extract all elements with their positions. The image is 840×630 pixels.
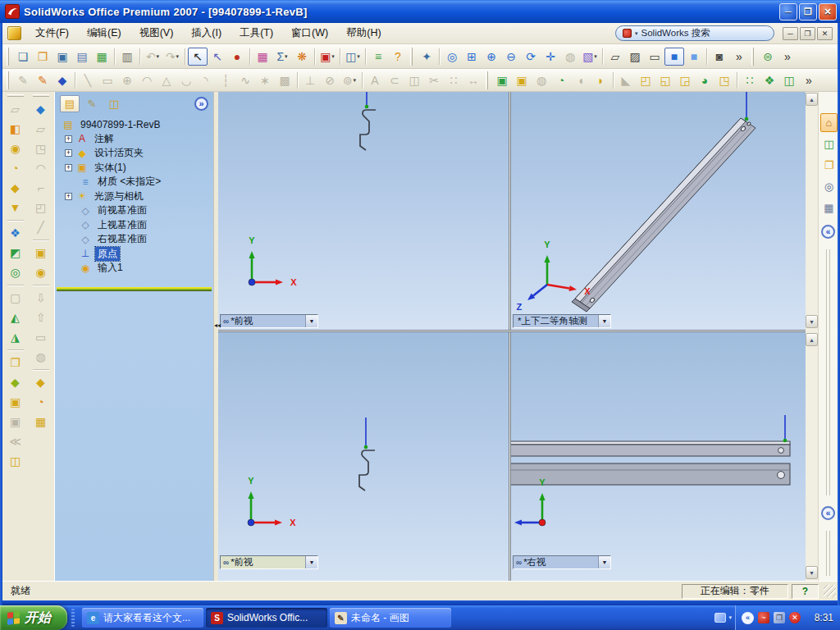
view-dropdown-button[interactable]: ▼ — [598, 315, 610, 327]
dome-icon[interactable]: ◕ — [695, 71, 714, 89]
file-explorer-tab[interactable]: ❐ — [820, 156, 838, 175]
viewport-horizontal-divider[interactable] — [218, 330, 806, 332]
panel-expand-icon[interactable]: » — [194, 97, 208, 111]
toolbar-grip[interactable] — [33, 94, 49, 97]
tree-item-solid-bodies[interactable]: +▣实体(1) — [58, 161, 212, 176]
knit-surface-icon[interactable]: ▼ — [5, 198, 26, 217]
draft-icon[interactable]: ◱ — [655, 71, 675, 89]
design-library-tab[interactable]: ◫ — [820, 135, 838, 153]
print-icon[interactable]: ▥ — [117, 48, 137, 66]
move-face-icon[interactable]: ▣ — [5, 392, 26, 412]
dropdown-arrow-icon[interactable]: ▾ — [354, 77, 357, 84]
mdi-restore-button[interactable]: ❐ — [800, 27, 815, 40]
shaded-icon[interactable]: ■ — [684, 48, 704, 66]
view-dropdown-button[interactable]: ▼ — [305, 315, 317, 327]
check-entity-icon[interactable]: ◎ — [5, 262, 26, 282]
menu-tools[interactable]: 工具(T) — [231, 23, 282, 43]
toolbar-grip[interactable] — [751, 48, 754, 66]
view-overflow-icon[interactable]: » — [729, 48, 749, 66]
filled-surface-icon[interactable]: ◩ — [5, 243, 26, 262]
modify-sketch-icon[interactable]: ◆ — [52, 71, 72, 89]
tree-item-material[interactable]: ≡材质 <未指定> — [58, 175, 212, 189]
expand-plus-icon[interactable]: + — [65, 164, 72, 171]
tree-item-annotations[interactable]: +A注解 — [58, 132, 212, 147]
vent-icon[interactable]: ▦ — [30, 412, 52, 431]
tree-item-design-binder[interactable]: +◆设计活页夹 — [58, 146, 212, 161]
close-button[interactable]: ✕ — [819, 3, 837, 21]
scroll-up-icon[interactable]: ▲ — [806, 93, 818, 106]
mdi-close-button[interactable]: ✕ — [817, 27, 833, 40]
task-button-browser[interactable]: e请大家看看这个文... — [82, 608, 203, 628]
expand-plus-icon[interactable]: + — [65, 193, 72, 200]
restore-button[interactable]: ❐ — [799, 3, 817, 21]
solidworks-search-box[interactable]: ▾ SolidWorks 搜索 — [615, 25, 774, 41]
search-tab[interactable]: ◎ — [820, 177, 838, 196]
tree-root[interactable]: ▤99407899-1-RevB — [58, 117, 212, 132]
tree-item-imported1[interactable]: ◉输入1 — [58, 261, 212, 276]
rebuild-icon[interactable]: ● — [227, 48, 247, 66]
select-filter-icon[interactable]: ↖ — [208, 48, 227, 66]
wireframe-icon[interactable]: ▱ — [605, 48, 625, 66]
taskbar-chevron-icon[interactable]: ▾ — [728, 614, 732, 621]
extruded-boss-icon[interactable]: ▣ — [492, 71, 512, 89]
dropdown-arrow-icon[interactable]: ▾ — [285, 53, 288, 60]
new-document-icon[interactable]: ❏ — [13, 48, 33, 66]
design-binder-folder-icon[interactable]: ❐ — [5, 353, 26, 372]
pan-icon[interactable]: ✛ — [541, 48, 560, 66]
view-orientation-icon[interactable]: ▧▾ — [580, 48, 600, 66]
revolved-surface-icon[interactable]: ◉ — [5, 139, 26, 158]
menu-view[interactable]: 视图(V) — [130, 23, 183, 43]
viewport-bottom-right-label[interactable]: ∞ *右视 ▼ — [513, 555, 611, 569]
zoom-fit-icon[interactable]: ◎ — [442, 48, 462, 66]
open-icon[interactable]: ❐ — [33, 48, 52, 66]
viewport-scrollbar[interactable]: ▲ ▼ ▲ ▼ — [806, 92, 819, 581]
tree-item-origin[interactable]: ⊥原点 — [58, 247, 212, 262]
task-pane-expand-icon[interactable]: « — [821, 225, 835, 239]
select-icon[interactable]: ↖ — [188, 48, 208, 66]
task-pane-drag-handle[interactable] — [826, 249, 830, 495]
shadows-icon[interactable]: ◙ — [710, 48, 729, 66]
dropdown-arrow-icon[interactable]: ▾ — [357, 53, 360, 60]
viewport-vertical-divider[interactable] — [509, 92, 511, 581]
expand-plus-icon[interactable]: + — [65, 149, 72, 157]
circular-pattern-icon[interactable]: ❖ — [760, 71, 779, 89]
scroll-up-icon[interactable]: ▲ — [806, 333, 818, 346]
resize-grip-icon[interactable] — [824, 585, 836, 597]
dropdown-arrow-icon[interactable]: ▾ — [594, 53, 597, 60]
viewport-isometric[interactable]: YXZ *上下二等角轴测 ▼ — [511, 92, 806, 330]
mdi-minimize-button[interactable]: ─ — [783, 27, 798, 40]
features-overflow-icon[interactable]: » — [799, 71, 819, 89]
tray-windows-app-icon[interactable]: ❐ — [774, 612, 785, 623]
enote-icon[interactable]: ⊜ — [758, 48, 778, 66]
tree-item-right-plane[interactable]: ◇右视基准面 — [58, 232, 212, 247]
extend-surface-icon[interactable]: ◭ — [5, 308, 26, 327]
panel-splitter[interactable]: ◂◂ — [213, 92, 218, 581]
task-button-solidworks[interactable]: SSolidWorks Offic... — [206, 608, 327, 628]
rip-icon[interactable]: ◆ — [30, 372, 52, 392]
start-button[interactable]: 开始 — [0, 605, 67, 630]
fillet-icon[interactable]: ◗ — [591, 71, 610, 89]
photoworks-icon[interactable]: ❋ — [292, 48, 312, 66]
search-dropdown-icon[interactable]: ▾ — [635, 30, 638, 37]
zoom-area-icon[interactable]: ⊞ — [462, 48, 482, 66]
viewport-front-top[interactable]: YX ∞ *前视 ▼ — [218, 92, 509, 330]
hidden-lines-removed-icon[interactable]: ▭ — [645, 48, 664, 66]
swept-boss-icon[interactable]: ◔ — [551, 71, 571, 89]
linear-pattern-icon[interactable]: ∷ — [740, 71, 760, 89]
toolbar-grip[interactable] — [486, 71, 488, 89]
mirror-surface-icon[interactable]: ◫ — [5, 451, 26, 471]
view-dropdown-button[interactable]: ▼ — [598, 556, 610, 568]
trim-surface-icon[interactable]: ◮ — [5, 327, 26, 347]
tree-item-lights-cameras[interactable]: +☀光源与相机 — [58, 189, 212, 204]
dropdown-arrow-icon[interactable]: ▾ — [157, 53, 160, 60]
hidden-lines-visible-icon[interactable]: ▨ — [625, 48, 645, 66]
viewport-front-bottom[interactable]: YX ∞ *前视 ▼ — [218, 332, 509, 581]
task-pane-expand-icon[interactable]: « — [821, 506, 835, 520]
tray-security-shield-icon[interactable]: ✕ — [789, 612, 801, 623]
view-dropdown-button[interactable]: ▼ — [305, 556, 317, 568]
viewport-bottom-left-label[interactable]: ∞ *前视 ▼ — [220, 555, 318, 569]
toolbar-grip[interactable] — [7, 94, 24, 97]
3d-sketch-icon[interactable]: ✎ — [33, 71, 52, 89]
hide-tray-icons-button[interactable]: « — [742, 612, 754, 624]
task-pane-drag-handle[interactable] — [826, 531, 830, 576]
